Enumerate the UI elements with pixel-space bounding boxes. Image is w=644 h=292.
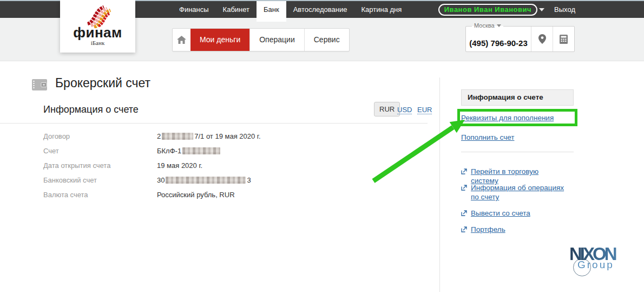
branches-map-button[interactable]: [531, 27, 553, 51]
topnav-item-bank[interactable]: Банк: [257, 1, 286, 22]
calculator-icon: [560, 35, 568, 44]
sidebar-link-withdraw[interactable]: Вывести со счета: [461, 209, 530, 218]
row-label: Счет: [43, 147, 157, 155]
row-label: Дата открытия счета: [43, 161, 157, 170]
phone-cell: Москва (495) 796-90-23: [466, 27, 531, 51]
product-name: iБанк: [91, 40, 105, 46]
nixon-group-watermark: NIXON Group: [569, 245, 634, 285]
phone-number: (495) 796-90-23: [469, 38, 528, 48]
row-label: Договор: [43, 132, 157, 140]
value-text: Российский рубль, RUR: [157, 191, 235, 199]
value-text: 19 мая 2020 г.: [157, 161, 202, 170]
redacted-value: [166, 177, 246, 184]
row-value: 2 7/1 от 19 мая 2020 г.: [157, 132, 261, 140]
row-value: Российский рубль, RUR: [157, 191, 235, 199]
row-label: Банковский счет: [43, 176, 157, 184]
city-selector[interactable]: Москва: [472, 22, 503, 29]
section-divider: [0, 123, 428, 124]
redacted-value: [182, 147, 220, 154]
brand-name: финам: [73, 26, 122, 39]
home-button[interactable]: [173, 29, 190, 51]
value-prefix: 2: [157, 132, 161, 140]
external-link-icon: [461, 185, 467, 191]
chevron-down-icon: [497, 24, 501, 27]
row-label: Валюта счета: [43, 191, 157, 199]
row-value: 19 мая 2020 г.: [157, 161, 202, 170]
table-row-bank-account: Банковский счет 30 3: [43, 173, 422, 187]
link-label: Перейти в торговую систему: [471, 167, 567, 185]
location-pin-icon: [538, 34, 546, 44]
page-title: Брокерский счет: [55, 76, 150, 90]
home-icon: [177, 36, 186, 44]
sub-navigation: Мои деньги Операции Сервис: [172, 28, 350, 51]
redacted-value: [162, 133, 193, 140]
topnav-item-autofollow[interactable]: Автоследование: [286, 1, 354, 18]
city-label: Москва: [474, 22, 495, 29]
sidebar-link-operations-info[interactable]: Информация об операциях по счету: [461, 183, 567, 202]
sidebar-link-portfolio[interactable]: Портфель: [461, 225, 505, 234]
table-row-open-date: Дата открытия счета 19 мая 2020 г.: [43, 158, 422, 173]
finam-logo[interactable]: финам iБанк: [60, 0, 135, 53]
value-prefix: 30: [157, 176, 165, 184]
sidebar-link-deposit-details[interactable]: Реквизиты для пополнения: [461, 114, 554, 122]
currency-tab-eur[interactable]: EUR: [417, 106, 432, 114]
table-row-contract: Договор 2 7/1 от 19 мая 2020 г.: [43, 129, 422, 144]
table-row-account: Счет БКлФ-1: [43, 144, 422, 158]
value-suffix: 7/1 от 19 мая 2020 г.: [194, 132, 260, 140]
topnav-item-finances[interactable]: Финансы: [172, 1, 216, 18]
external-link-icon: [461, 210, 467, 216]
link-label: Вывести со счета: [471, 209, 530, 218]
row-value: 30 3: [157, 176, 251, 184]
logout-link[interactable]: Выход: [554, 5, 575, 14]
topnav-item-picture-of-day[interactable]: Картина дня: [354, 1, 409, 18]
link-label: Информация об операциях по счету: [471, 183, 567, 202]
subnav-item-my-money[interactable]: Мои деньги: [190, 29, 249, 51]
topnav-item-cabinet[interactable]: Кабинет: [216, 1, 257, 18]
link-label: Портфель: [471, 225, 505, 234]
external-link-icon: [461, 226, 467, 232]
calculator-button[interactable]: [553, 27, 574, 51]
content-sidebar-divider: [439, 77, 440, 292]
sidebar-header: Информация о счете: [461, 89, 574, 106]
highlight-annotation-box: Реквизиты для пополнения: [457, 109, 577, 126]
row-value: БКлФ-1: [157, 147, 221, 155]
table-row-currency: Валюта счета Российский рубль, RUR: [43, 187, 422, 202]
chevron-down-icon[interactable]: [539, 8, 544, 11]
value-prefix: БКлФ-1: [157, 147, 181, 155]
subnav-item-operations[interactable]: Операции: [249, 29, 304, 51]
sidebar-link-trading-system[interactable]: Перейти в торговую систему: [461, 167, 567, 185]
section-title: Информация о счете: [43, 104, 139, 115]
top-nav: Финансы Кабинет Банк Автоследование Карт…: [172, 1, 409, 18]
contact-phone-box: Москва (495) 796-90-23: [465, 26, 575, 52]
currency-tab-usd[interactable]: USD: [397, 106, 412, 114]
subnav-item-service[interactable]: Сервис: [304, 29, 349, 51]
currency-tab-rur[interactable]: RUR: [374, 102, 400, 116]
value-suffix: 3: [247, 176, 251, 184]
account-info-table: Договор 2 7/1 от 19 мая 2020 г. Счет БКл…: [43, 129, 422, 202]
sidebar-divider: [461, 152, 574, 152]
sidebar-link-top-up-account[interactable]: Пополнить счет: [461, 133, 514, 141]
user-name-menu[interactable]: Иванов Иван Иванович: [438, 4, 537, 16]
external-link-icon: [461, 168, 467, 174]
watermark-circle: [573, 258, 591, 276]
page: Финансы Кабинет Банк Автоследование Карт…: [0, 0, 644, 292]
wallet-icon: [31, 79, 48, 91]
topnav-right-group: Иванов Иван Иванович Выход: [438, 1, 575, 18]
